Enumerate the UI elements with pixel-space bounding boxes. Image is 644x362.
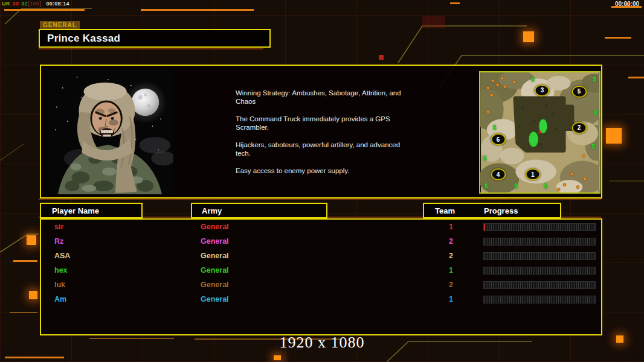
player-row: sir General 1 bbox=[41, 220, 601, 234]
player-progress-bar bbox=[483, 267, 596, 275]
map-start-position: 1 bbox=[525, 168, 540, 180]
decor-accent-line bbox=[5, 357, 64, 358]
supply-dollar-icon: $ bbox=[514, 183, 518, 189]
player-name: sir bbox=[54, 223, 63, 231]
debug-fps: 30 bbox=[13, 1, 19, 7]
player-army: General bbox=[201, 281, 229, 289]
general-briefing-panel: Winning Strategy: Ambushes, Sabotage, At… bbox=[40, 65, 602, 198]
general-rank-tag: GENERAL bbox=[40, 21, 80, 29]
header-label: Army bbox=[202, 206, 222, 215]
decor-accent-line bbox=[4, 9, 85, 11]
decor-glow-square bbox=[606, 128, 622, 144]
header-label-progress: Progress bbox=[484, 206, 518, 215]
supply-dollar-icon: $ bbox=[591, 144, 595, 150]
header-label: Player Name bbox=[52, 206, 99, 215]
supply-dollar-icon: $ bbox=[593, 77, 596, 83]
briefing-text: Winning Strategy: Ambushes, Sabotage, At… bbox=[236, 89, 417, 184]
map-start-position: 3 bbox=[535, 84, 550, 97]
decor-dim-block bbox=[422, 16, 445, 28]
debug-ur: UR bbox=[2, 1, 10, 7]
decor-glow-square bbox=[523, 31, 534, 42]
decor-accent-line bbox=[141, 9, 254, 11]
decor-accent-line bbox=[628, 77, 644, 78]
player-progress-bar bbox=[483, 252, 596, 260]
column-header-team-progress: Team Progress bbox=[423, 203, 561, 218]
briefing-paragraph: Winning Strategy: Ambushes, Sabotage, At… bbox=[236, 89, 417, 106]
player-team: 2 bbox=[440, 237, 453, 246]
start-position-number: 3 bbox=[541, 87, 544, 94]
player-team: 1 bbox=[440, 266, 453, 275]
general-name-title: Prince Kassad bbox=[39, 29, 271, 48]
decor-accent-line bbox=[605, 37, 631, 39]
decor-rust-line bbox=[39, 198, 601, 200]
debug-bracket: [100] bbox=[28, 1, 42, 7]
player-army: General bbox=[201, 266, 229, 275]
map-start-position: 4 bbox=[491, 168, 506, 180]
supply-dollar-icon: $ bbox=[493, 125, 497, 131]
player-team: 1 bbox=[440, 223, 453, 231]
debug-time: 00:08:14 bbox=[46, 1, 69, 7]
player-progress-bar bbox=[483, 296, 596, 303]
column-header-army: Army bbox=[191, 203, 327, 218]
decor-glow-square bbox=[27, 235, 36, 245]
player-name: ASA bbox=[54, 252, 70, 260]
start-position-number: 2 bbox=[578, 124, 581, 131]
supply-dollar-icon: $ bbox=[544, 183, 548, 189]
progress-fill bbox=[484, 224, 485, 230]
map-start-position: 5 bbox=[572, 86, 587, 98]
decor-accent-line bbox=[10, 312, 37, 313]
player-name: Rz bbox=[54, 237, 63, 246]
decor-red-square bbox=[379, 55, 384, 60]
player-name: Am bbox=[54, 295, 66, 303]
start-position-number: 6 bbox=[497, 136, 500, 143]
player-team: 1 bbox=[440, 295, 453, 303]
player-progress-bar bbox=[483, 281, 596, 289]
player-team: 2 bbox=[440, 252, 453, 260]
column-header-player-name: Player Name bbox=[40, 203, 143, 218]
supply-dollar-icon: $ bbox=[594, 110, 597, 116]
header-label-team: Team bbox=[435, 206, 455, 215]
decor-glow-square bbox=[29, 291, 37, 299]
player-list-panel: sir General 1 Rz General 2 ASA General 2… bbox=[40, 218, 602, 335]
map-start-position: 2 bbox=[572, 122, 587, 134]
player-row: ASA General 2 bbox=[41, 249, 601, 263]
briefing-paragraph: The Command Truck immediately provides a… bbox=[236, 115, 417, 132]
resolution-label: 1920 x 1080 bbox=[0, 334, 644, 352]
player-name: luk bbox=[54, 281, 65, 289]
general-name-text: Prince Kassad bbox=[47, 33, 120, 45]
player-army: General bbox=[201, 295, 229, 303]
player-progress-bar bbox=[483, 238, 596, 246]
player-army: General bbox=[201, 223, 229, 231]
start-position-number: 4 bbox=[497, 171, 500, 178]
player-team: 2 bbox=[440, 281, 453, 289]
player-name: hex bbox=[54, 266, 68, 275]
decor-accent-line bbox=[13, 260, 37, 262]
player-row: hex General 1 bbox=[41, 263, 601, 278]
match-timer: 00:00:00 bbox=[615, 1, 639, 7]
player-row: Rz General 2 bbox=[41, 234, 601, 249]
supply-dollar-icon: $ bbox=[483, 156, 487, 162]
supply-dollar-icon: $ bbox=[485, 183, 488, 189]
fps-debug-readout: UR3032[100]00:08:14 bbox=[2, 1, 72, 7]
map-preview: $ $ $ $ $ $ $ $ $ 1 2 3 4 5 6 bbox=[479, 71, 601, 194]
player-army: General bbox=[201, 237, 229, 246]
portrait-illustration bbox=[45, 69, 173, 194]
player-row: Am General 1 bbox=[41, 292, 601, 306]
player-army: General bbox=[201, 252, 229, 260]
briefing-paragraph: Hijackers, saboteurs, powerful artillery… bbox=[236, 141, 417, 157]
briefing-paragraph: Easy access to enemy power supply. bbox=[236, 167, 417, 175]
player-row: luk General 2 bbox=[41, 278, 601, 292]
decor-accent-line bbox=[450, 2, 460, 4]
start-position-number: 1 bbox=[531, 171, 535, 178]
start-position-number: 5 bbox=[578, 88, 581, 95]
decor-rust-line bbox=[39, 48, 263, 49]
general-portrait bbox=[45, 69, 173, 194]
debug-value: 32 bbox=[21, 1, 28, 7]
map-start-position: 6 bbox=[491, 133, 506, 145]
decor-glow-square bbox=[274, 355, 281, 360]
player-progress-bar bbox=[483, 223, 596, 231]
supply-dollar-icon: $ bbox=[531, 77, 535, 83]
